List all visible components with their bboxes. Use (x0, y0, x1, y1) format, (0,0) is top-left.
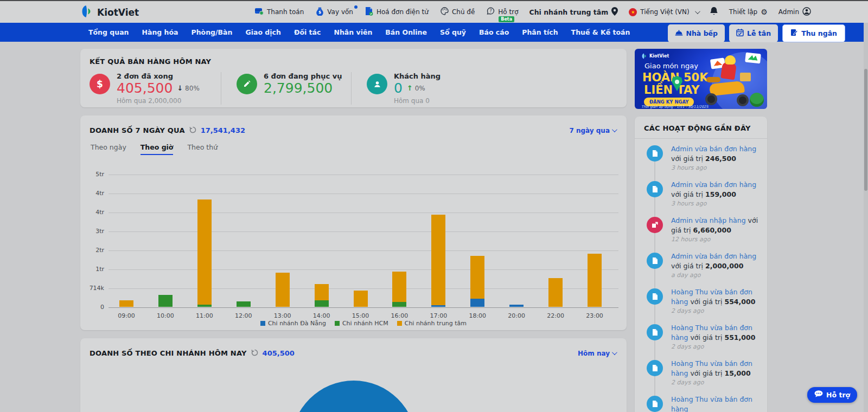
header-link-loan[interactable]: $Vay vốn (316, 7, 353, 17)
x-tick: 20:00 (500, 312, 533, 319)
stat-value: 0↑ 0% (394, 80, 441, 96)
activity-link[interactable]: Admin vừa bán đơn hàng (671, 181, 756, 189)
activity-item: Admin vừa bán đơn hàng với giá trị 246,5… (635, 144, 767, 180)
branch-selector[interactable]: Chi nhánh trung tâm (529, 7, 618, 17)
branch-label: Chi nhánh trung tâm (529, 8, 609, 16)
loan-icon: $ (316, 7, 324, 17)
x-tick: 10:00 (149, 312, 182, 319)
kitchen-button[interactable]: Nhà bếp (668, 24, 725, 42)
banner-period: Thời gian áp dụng : 1/11 - 30/11/2025 (641, 105, 709, 109)
bar-segment (548, 278, 563, 307)
chevron-down-icon (612, 350, 617, 355)
sale-doc-icon (647, 145, 663, 162)
scrollbar-thumb[interactable] (864, 69, 867, 191)
support-fab-button[interactable]: Hỗ trợ (807, 387, 857, 403)
purchase-icon (647, 217, 663, 233)
bar-20:00 (509, 305, 524, 307)
nav-item-t-ng-quan[interactable]: Tổng quan (88, 28, 129, 36)
activity-value: 15,000 (724, 369, 750, 377)
timeline-line (654, 162, 655, 182)
timeline-line (654, 340, 655, 361)
nav-item-giao-d-ch[interactable]: Giao dịch (245, 28, 280, 36)
sale-doc-icon (647, 396, 663, 412)
reception-button[interactable]: Lễ tân (729, 24, 778, 42)
header-link-einvoice[interactable]: Hoá đơn điện tử (365, 7, 429, 17)
nav-item-nh-n-vi-n[interactable]: Nhân viên (334, 28, 372, 36)
bar-15:00 (354, 291, 368, 307)
activity-time: 12 hours ago (671, 236, 760, 243)
activity-link[interactable]: Admin vừa bán đơn hàng (671, 145, 756, 153)
bar-11:00 (197, 199, 212, 307)
bar-09:00 (119, 300, 133, 307)
nav-item-ph-ng-b-n[interactable]: Phòng/Bàn (192, 28, 233, 36)
bar-23:00 (588, 254, 602, 307)
bar-segment (431, 215, 445, 305)
timeline-line (654, 269, 655, 289)
timeline-line (654, 376, 655, 397)
language-selector[interactable]: ★ Tiếng Việt (VN) (629, 8, 698, 16)
pencil-icon (237, 74, 257, 94)
user-menu[interactable]: Admin (778, 7, 811, 17)
user-icon (802, 7, 811, 17)
recent-activities-card: CÁC HOẠT ĐỘNG GẦN ĐÂY Admin vừa bán đơn … (635, 117, 767, 412)
notifications-button[interactable] (710, 7, 718, 17)
kiotviet-logo[interactable]: KiotViet (80, 5, 139, 20)
bar-14:00 (315, 284, 329, 307)
x-tick: 16:00 (383, 312, 416, 319)
chart-legend: Chi nhánh Đà NẵngChi nhánh HCMChi nhánh … (108, 320, 618, 327)
activity-link[interactable]: Admin vừa nhập hàng (671, 216, 746, 224)
main-nav: Tổng quanHàng hóaPhòng/BànGiao dịchĐối t… (0, 23, 868, 42)
bar-segment (119, 300, 133, 307)
header-link-support[interactable]: ?Hỗ trợBeta (487, 7, 518, 17)
sale-doc-icon (647, 360, 663, 376)
cashier-button[interactable]: Thu ngân (782, 24, 845, 42)
nav-item--i-t-c[interactable]: Đối tác (294, 28, 321, 36)
revenue-range-selector[interactable]: 7 ngày qua (569, 127, 616, 134)
header-link-payment[interactable]: Thanh toán (255, 8, 304, 17)
bar-segment (470, 299, 484, 307)
refresh-icon[interactable] (189, 125, 196, 136)
activity-value: 554,000 (724, 298, 755, 306)
x-tick: 15:00 (344, 312, 377, 319)
revenue-chart-title: DOANH SỐ 7 NGÀY QUA (90, 126, 185, 134)
activity-link[interactable]: Hoàng Thu vừa bán đơn hàng (671, 395, 752, 412)
partner-logo-card (745, 53, 761, 64)
nav-item-s-qu-[interactable]: Sổ quỹ (440, 28, 466, 36)
x-tick: 12:00 (227, 312, 260, 319)
y-tick: 4tr (80, 190, 104, 197)
sale-doc-icon (647, 288, 663, 305)
timeline-line (654, 305, 655, 325)
settings-button[interactable]: Thiết lập ⚙ (729, 8, 768, 16)
header-link-theme[interactable]: Chủ đề (441, 7, 475, 17)
tab-theo-thứ[interactable]: Theo thứ (187, 143, 218, 155)
tab-theo-giờ[interactable]: Theo giờ (141, 143, 174, 155)
brand-name: KiotViet (97, 7, 139, 18)
activity-item: Admin vừa bán đơn hàng với giá trị 159,0… (635, 180, 767, 216)
nav-item-b-o-c-o[interactable]: Báo cáo (479, 28, 509, 36)
activity-time: 2 days ago (671, 343, 760, 350)
activity-value: 6,660,000 (693, 226, 731, 234)
nav-item-b-n-online[interactable]: Bán Online (385, 28, 427, 36)
scrollbar-track[interactable] (864, 23, 868, 412)
bar-segment (509, 305, 524, 307)
branch-range-selector[interactable]: Hôm nay (578, 350, 616, 357)
tab-theo-ngày[interactable]: Theo ngày (91, 143, 126, 155)
activity-item: Hoàng Thu vừa bán đơn hàng với giá trị 5… (635, 287, 767, 323)
nav-item-ph-n-t-ch[interactable]: Phân tích (522, 28, 558, 36)
promo-banner[interactable]: KiotViet Giao món ngay HOÀN 50K LIỀN TAY… (635, 49, 767, 109)
x-tick: 23:00 (578, 312, 611, 319)
bar-segment (315, 300, 329, 307)
bar-segment (588, 254, 602, 307)
branch-total: 405,500 (263, 349, 295, 357)
vietnam-flag-icon: ★ (629, 8, 637, 16)
chevron-down-icon (612, 127, 617, 132)
activity-link[interactable]: Admin vừa bán đơn hàng (671, 252, 756, 260)
activity-time: 2 days ago (671, 307, 760, 314)
y-tick: 0 (80, 304, 104, 311)
refresh-icon[interactable] (251, 348, 258, 358)
nav-item-thu-k-to-n[interactable]: Thuế & Kế toán (571, 28, 630, 36)
bar-17:00 (431, 215, 445, 307)
nav-item-h-ng-h-a[interactable]: Hàng hóa (142, 28, 178, 36)
activity-value: 159,000 (705, 190, 736, 198)
person-icon (367, 74, 387, 94)
